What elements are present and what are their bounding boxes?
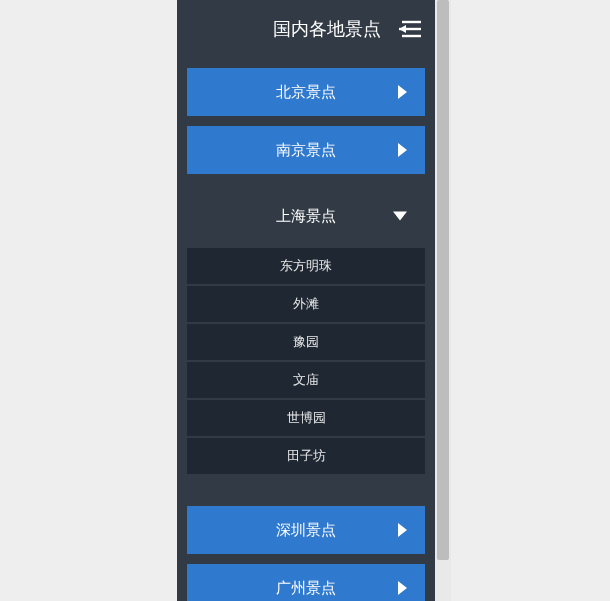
chevron-right-icon — [398, 523, 407, 537]
menu-list: 北京景点 南京景点 上海景点 — [177, 68, 435, 240]
submenu-item[interactable]: 东方明珠 — [187, 248, 425, 284]
menu-item-shenzhen[interactable]: 深圳景点 — [187, 506, 425, 554]
submenu-item-label: 田子坊 — [287, 447, 326, 465]
sidebar-panel: 国内各地景点 北京景点 南京景点 上海景点 东方明珠 外滩 豫园 文庙 — [177, 0, 435, 601]
submenu-item-label: 世博园 — [287, 409, 326, 427]
submenu-item[interactable]: 豫园 — [187, 324, 425, 360]
submenu-item-label: 豫园 — [293, 333, 319, 351]
menu-collapse-icon[interactable] — [399, 20, 421, 38]
chevron-right-icon — [398, 581, 407, 595]
menu-item-label: 南京景点 — [276, 141, 336, 160]
submenu-item[interactable]: 世博园 — [187, 400, 425, 436]
submenu-item-label: 文庙 — [293, 371, 319, 389]
submenu-item-label: 东方明珠 — [280, 257, 332, 275]
menu-item-label: 北京景点 — [276, 83, 336, 102]
menu-item-guangzhou[interactable]: 广州景点 — [187, 564, 425, 601]
svg-marker-3 — [399, 25, 406, 33]
chevron-right-icon — [398, 85, 407, 99]
menu-item-label: 深圳景点 — [276, 521, 336, 540]
submenu-item[interactable]: 外滩 — [187, 286, 425, 322]
menu-item-beijing[interactable]: 北京景点 — [187, 68, 425, 116]
menu-item-label: 广州景点 — [276, 579, 336, 598]
submenu-item[interactable]: 田子坊 — [187, 438, 425, 474]
chevron-down-icon — [393, 212, 407, 221]
submenu-item[interactable]: 文庙 — [187, 362, 425, 398]
vertical-scrollbar[interactable] — [435, 0, 451, 601]
menu-item-shanghai[interactable]: 上海景点 — [187, 192, 425, 240]
menu-item-label: 上海景点 — [276, 207, 336, 226]
submenu-item-label: 外滩 — [293, 295, 319, 313]
chevron-right-icon — [398, 143, 407, 157]
submenu-shanghai: 东方明珠 外滩 豫园 文庙 世博园 田子坊 — [177, 248, 435, 474]
menu-list-continued: 深圳景点 广州景点 — [177, 506, 435, 601]
sidebar-title: 国内各地景点 — [273, 17, 381, 41]
menu-item-nanjing[interactable]: 南京景点 — [187, 126, 425, 174]
scrollbar-thumb[interactable] — [437, 0, 449, 560]
sidebar-header: 国内各地景点 — [177, 0, 435, 58]
